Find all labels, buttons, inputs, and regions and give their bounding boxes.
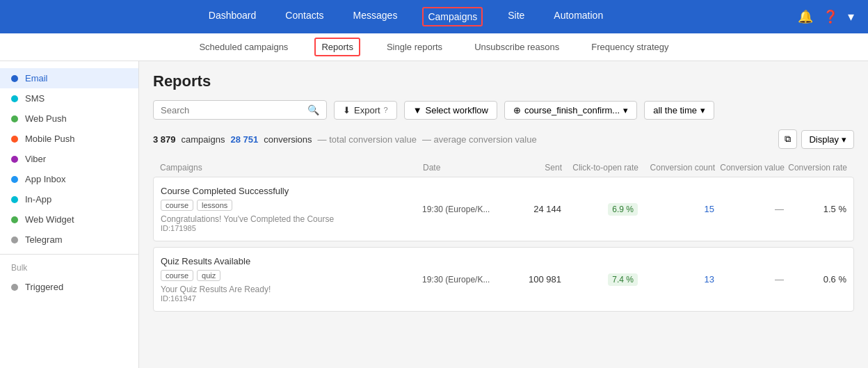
webpush-dot	[11, 115, 18, 122]
nav-campaigns[interactable]: Campaigns	[422, 7, 483, 26]
col-sent: Sent	[499, 163, 562, 173]
sidebar-item-webwidget[interactable]: Web Widget	[0, 209, 138, 230]
sidebar-item-inapp[interactable]: In-App	[0, 189, 138, 209]
search-icon: 🔍	[307, 104, 319, 115]
sidebar-item-mobilepush[interactable]: Mobile Push	[0, 129, 138, 149]
sub-navigation: Scheduled campaigns Reports Single repor…	[0, 33, 868, 61]
sidebar-item-appinbox[interactable]: App Inbox	[0, 169, 138, 189]
nav-site[interactable]: Site	[504, 7, 529, 26]
tag-course-1: course	[161, 200, 193, 211]
campaign-conversion-rate-2: 0.6 %	[784, 274, 846, 285]
page-title: Reports	[153, 72, 854, 90]
campaign-id-1: ID:171985	[161, 224, 415, 232]
export-button[interactable]: ⬇ Export ?	[334, 101, 397, 120]
average-conversion-value: — average conversion value	[422, 134, 537, 145]
chevron-down-icon: ▾	[623, 105, 628, 115]
main-content: Reports 🔍 ⬇ Export ? ▼ Select workflow ⊕…	[139, 61, 868, 368]
time-chevron-icon: ▾	[700, 105, 705, 115]
display-chevron-icon: ▾	[842, 134, 846, 145]
display-controls: ⧉ Display ▾	[778, 129, 854, 149]
table-header: Campaigns Date Sent Click-to-open rate C…	[153, 159, 854, 177]
campaigns-count: 3 879	[153, 134, 176, 145]
search-input[interactable]	[161, 105, 303, 115]
target-icon: ⊕	[513, 105, 521, 115]
campaign-conversion-count-2[interactable]: 13	[638, 274, 714, 285]
chevron-down-icon[interactable]: ▾	[848, 9, 854, 24]
triggered-dot	[11, 284, 18, 291]
display-button[interactable]: Display ▾	[801, 130, 854, 149]
sidebar-item-triggered[interactable]: Triggered	[0, 277, 138, 297]
campaign-id-2: ID:161947	[161, 294, 415, 303]
stats-row: 3 879 campaigns 28 751 conversions — tot…	[153, 129, 854, 149]
subnav-frequency[interactable]: Frequency strategy	[586, 39, 674, 55]
nav-dashboard[interactable]: Dashboard	[204, 7, 261, 26]
workflow-dropdown-button[interactable]: ⊕ course_finish_confirm... ▾	[504, 101, 637, 120]
bell-icon[interactable]: 🔔	[798, 9, 813, 24]
campaign-sent-1: 24 144	[499, 204, 561, 214]
sidebar-item-webpush[interactable]: Web Push	[0, 109, 138, 129]
sidebar-label-viber: Viber	[25, 154, 46, 164]
col-conversion-value: Conversion value	[715, 163, 785, 173]
top-nav-icons: 🔔 ❓ ▾	[798, 9, 854, 24]
campaign-date-1: 19:30 (Europe/K...	[422, 205, 499, 214]
campaign-tags-1: course lessons	[161, 200, 415, 211]
export-icon: ⬇	[343, 105, 351, 115]
export-label: Export	[354, 105, 380, 115]
top-navigation: Dashboard Contacts Messages Campaigns Si…	[0, 0, 868, 33]
click-rate-badge-2: 7.4 %	[608, 273, 638, 286]
col-date: Date	[423, 163, 499, 173]
sidebar-item-email[interactable]: Email	[0, 68, 138, 88]
subnav-reports[interactable]: Reports	[314, 38, 360, 56]
sidebar-label-appinbox: App Inbox	[25, 174, 66, 184]
campaign-click-rate-2: 7.4 %	[561, 273, 638, 286]
col-click-rate: Click-to-open rate	[562, 163, 638, 173]
viber-dot	[11, 156, 18, 163]
help-icon[interactable]: ❓	[823, 9, 838, 24]
top-nav-items: Dashboard Contacts Messages Campaigns Si…	[14, 7, 798, 26]
nav-contacts[interactable]: Contacts	[281, 7, 328, 26]
appinbox-dot	[11, 176, 18, 183]
search-box[interactable]: 🔍	[153, 100, 327, 120]
sidebar-label-mobilepush: Mobile Push	[25, 134, 75, 144]
tag-quiz: quiz	[197, 270, 220, 281]
telegram-dot	[11, 237, 18, 243]
nav-messages[interactable]: Messages	[349, 7, 402, 26]
campaign-info-2: Quiz Results Available course quiz Your …	[161, 256, 422, 303]
conversions-count[interactable]: 28 751	[230, 134, 258, 145]
email-dot	[11, 75, 18, 82]
subnav-unsubscribe[interactable]: Unsubscribe reasons	[469, 39, 565, 55]
subnav-scheduled[interactable]: Scheduled campaigns	[193, 39, 294, 55]
campaign-date-2: 19:30 (Europe/K...	[422, 275, 499, 285]
sidebar-item-sms[interactable]: SMS	[0, 88, 138, 109]
mobilepush-dot	[11, 136, 18, 143]
copy-display-button[interactable]: ⧉	[778, 129, 797, 149]
sidebar: Email SMS Web Push Mobile Push Viber App…	[0, 61, 139, 368]
col-conversion-count: Conversion count	[638, 163, 715, 173]
sidebar-item-viber[interactable]: Viber	[0, 149, 138, 169]
sidebar-label-webpush: Web Push	[25, 113, 67, 124]
col-campaigns: Campaigns	[160, 163, 423, 173]
subnav-single-reports[interactable]: Single reports	[381, 39, 448, 55]
campaign-conversion-rate-1: 1.5 %	[784, 204, 846, 214]
sidebar-label-triggered: Triggered	[25, 282, 63, 292]
main-layout: Email SMS Web Push Mobile Push Viber App…	[0, 61, 868, 368]
campaigns-label: campaigns	[182, 134, 225, 145]
col-conversion-rate: Conversion rate	[785, 163, 847, 173]
campaign-desc-2: Your Quiz Results Are Ready!	[161, 285, 415, 294]
click-rate-badge-1: 6.9 %	[608, 203, 638, 216]
table-row: Course Completed Successfully course les…	[153, 177, 854, 241]
campaign-info-1: Course Completed Successfully course les…	[161, 186, 422, 232]
display-label: Display	[809, 134, 839, 145]
workflow-label: Select workflow	[426, 105, 488, 115]
select-workflow-button[interactable]: ▼ Select workflow	[404, 101, 497, 120]
campaign-name-1: Course Completed Successfully	[161, 186, 415, 196]
campaign-conversion-count-1[interactable]: 15	[638, 204, 714, 214]
time-filter-button[interactable]: all the time ▾	[644, 101, 714, 120]
campaign-sent-2: 100 981	[499, 274, 561, 285]
sidebar-item-telegram[interactable]: Telegram	[0, 230, 138, 250]
filter-icon: ▼	[413, 105, 422, 115]
campaign-click-rate-1: 6.9 %	[561, 203, 638, 216]
campaign-tags-2: course quiz	[161, 270, 415, 281]
nav-automation[interactable]: Automation	[549, 7, 607, 26]
sms-dot	[11, 95, 18, 102]
